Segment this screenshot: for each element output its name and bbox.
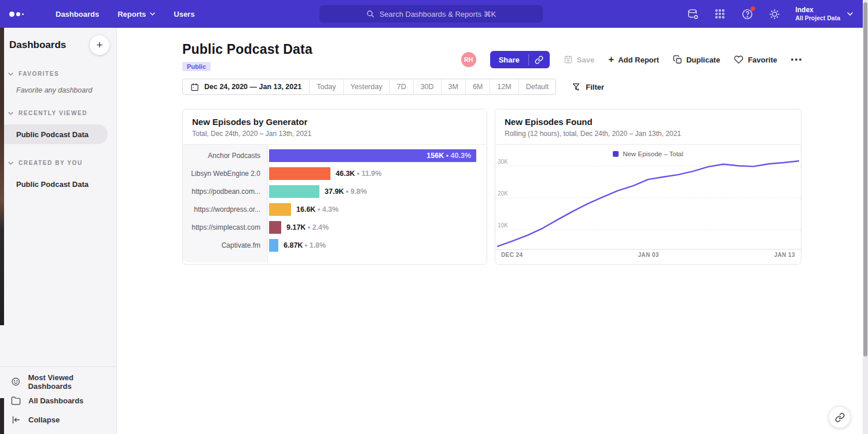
bar-value-label: 16.6K • 4.3%: [296, 205, 339, 214]
top-nav: Dashboards Reports Users Search Dashboar…: [0, 0, 868, 28]
x-axis-labels: DEC 24 JAN 03 JAN 13: [495, 250, 801, 258]
bar-track: 156K • 40.3%: [269, 149, 487, 162]
filter-button[interactable]: Filter: [572, 83, 604, 91]
calendar-icon: [190, 83, 199, 91]
chart-subtitle: Rolling (12 hours), total, Dec 24th, 202…: [505, 130, 792, 138]
toolbar: Dec 24, 2020 — Jan 13, 2021 Today Yester…: [182, 79, 604, 95]
chart-card-new-episodes-found: New Episodes Found Rolling (12 hours), t…: [495, 109, 801, 265]
chart-title: New Episodes Found: [505, 117, 792, 127]
nav-link-reports-label: Reports: [117, 10, 146, 19]
data-sources-icon[interactable]: [686, 8, 699, 20]
filter-label: Filter: [586, 83, 604, 91]
line-series-new-episode-total[interactable]: [498, 161, 799, 246]
bar-category-label: https://podbean.com...: [183, 187, 268, 196]
bar[interactable]: [269, 185, 319, 198]
background-window-sliver: [0, 28, 4, 325]
x-tick-jan-13: JAN 13: [774, 252, 795, 258]
bar[interactable]: [269, 203, 291, 216]
favorite-button[interactable]: Favorite: [734, 55, 777, 64]
legend-label: New Episode – Total: [623, 150, 683, 157]
recently-viewed-header-label: RECENTLY VIEWED: [19, 110, 87, 116]
sidebar-item-created-public-podcast-data[interactable]: Public Podcast Data: [0, 174, 116, 194]
recently-viewed-section-header[interactable]: RECENTLY VIEWED: [0, 110, 116, 116]
preset-7d[interactable]: 7D: [389, 79, 413, 94]
folder-icon: [11, 396, 21, 406]
bar[interactable]: [269, 167, 330, 180]
duplicate-button[interactable]: Duplicate: [673, 55, 720, 64]
bar-category-label: Anchor Podcasts: [183, 152, 268, 160]
share-link-icon[interactable]: [529, 51, 550, 68]
x-tick-dec-24: DEC 24: [501, 252, 523, 258]
favorites-section-header[interactable]: FAVORITES: [0, 71, 116, 77]
duplicate-icon: [673, 55, 682, 64]
nav-link-reports[interactable]: Reports: [108, 0, 164, 28]
nav-link-dashboards-label: Dashboards: [56, 10, 99, 19]
preset-12m[interactable]: 12M: [490, 79, 518, 94]
bar-chart: Anchor Podcasts156K • 40.3%Libsyn WebEng…: [183, 145, 487, 254]
bar-row: Libsyn WebEngine 2.046.3K • 11.9%: [183, 164, 487, 182]
bar[interactable]: 156K • 40.3%: [269, 149, 476, 162]
save-icon: [564, 55, 573, 64]
preset-default[interactable]: Default: [518, 79, 556, 94]
all-dashboards-button[interactable]: All Dashboards: [0, 391, 116, 410]
nav-link-dashboards[interactable]: Dashboards: [46, 0, 108, 28]
copy-link-fab[interactable]: [829, 406, 851, 428]
save-label: Save: [577, 56, 594, 64]
date-range-picker[interactable]: Dec 24, 2020 — Jan 13, 2021: [183, 79, 309, 94]
link-icon: [835, 413, 845, 422]
public-badge: Public: [182, 62, 211, 71]
new-dashboard-button[interactable]: +: [90, 35, 109, 55]
most-viewed-dashboards-button[interactable]: Most Viewed Dashboards: [0, 372, 116, 391]
collapse-sidebar-button[interactable]: Collapse: [0, 410, 116, 429]
amplitude-logo-icon[interactable]: [9, 12, 32, 17]
bar-row: https://wordpress.or...16.6K • 4.3%: [183, 200, 487, 218]
chart-card-new-episodes-by-generator: New Episodes by Generator Total, Dec 24t…: [182, 109, 487, 265]
add-report-button[interactable]: + Add Report: [608, 54, 659, 65]
scrollbar-thumb[interactable]: [863, 2, 867, 356]
preset-yesterday[interactable]: Yesterday: [343, 79, 389, 94]
favorite-label: Favorite: [748, 56, 777, 64]
collapse-label: Collapse: [28, 415, 60, 424]
filter-funnel-icon: [572, 83, 580, 91]
heart-icon: [734, 55, 744, 64]
bar-track: 16.6K • 4.3%: [269, 203, 487, 216]
share-button[interactable]: Share: [490, 51, 550, 68]
chart-subtitle: Total, Dec 24th, 2020 – Jan 13th, 2021: [192, 130, 477, 138]
bar[interactable]: [269, 221, 281, 234]
duplicate-label: Duplicate: [686, 56, 720, 64]
help-icon[interactable]: [741, 8, 753, 20]
sidebar: Dashboards + FAVORITES Favorite any dash…: [0, 28, 117, 434]
preset-3m[interactable]: 3M: [441, 79, 465, 94]
preset-30d[interactable]: 30D: [413, 79, 441, 94]
bar-value-label: 9.17K • 2.4%: [286, 223, 329, 231]
bar-row: https://podbean.com...37.9K • 9.8%: [183, 182, 487, 200]
bar-row: Anchor Podcasts156K • 40.3%: [183, 146, 487, 164]
settings-gear-icon[interactable]: [768, 8, 781, 20]
save-button[interactable]: Save: [564, 55, 594, 64]
bar[interactable]: [269, 239, 278, 252]
y-tick-label: 10K: [498, 222, 508, 229]
chevron-down-icon: [847, 12, 853, 16]
project-scope: All Project Data: [795, 14, 840, 22]
avatar[interactable]: RH: [461, 52, 476, 67]
search-input[interactable]: Search Dashboards & Reports ⌘K: [319, 5, 543, 23]
preset-today[interactable]: Today: [309, 79, 343, 94]
page-scrollbar[interactable]: [863, 0, 868, 434]
header-actions: RH Share Save + Add Report Duplicate Fav…: [461, 51, 801, 68]
project-selector[interactable]: Index All Project Data: [795, 6, 853, 22]
sidebar-item-recent-public-podcast-data[interactable]: Public Podcast Data: [0, 124, 108, 144]
nav-link-users[interactable]: Users: [164, 0, 204, 28]
apps-grid-icon[interactable]: [713, 8, 726, 20]
bar-value-label: 46.3K • 11.9%: [336, 170, 381, 178]
bar-track: 6.87K • 1.8%: [269, 239, 487, 252]
date-range-control: Dec 24, 2020 — Jan 13, 2021 Today Yester…: [182, 79, 556, 95]
x-tick-jan-03: JAN 03: [638, 252, 659, 258]
created-by-you-section-header[interactable]: CREATED BY YOU: [0, 160, 116, 166]
preset-6m[interactable]: 6M: [465, 79, 490, 94]
more-options-button[interactable]: [791, 58, 801, 61]
bar-value-label: 37.9K • 9.8%: [325, 187, 367, 196]
legend-swatch: [613, 151, 619, 157]
page-title: Public Podcast Data: [182, 42, 312, 57]
line-chart[interactable]: 10K20K30K: [495, 159, 801, 250]
bar-row: https://simplecast.com9.17K • 2.4%: [183, 218, 487, 236]
